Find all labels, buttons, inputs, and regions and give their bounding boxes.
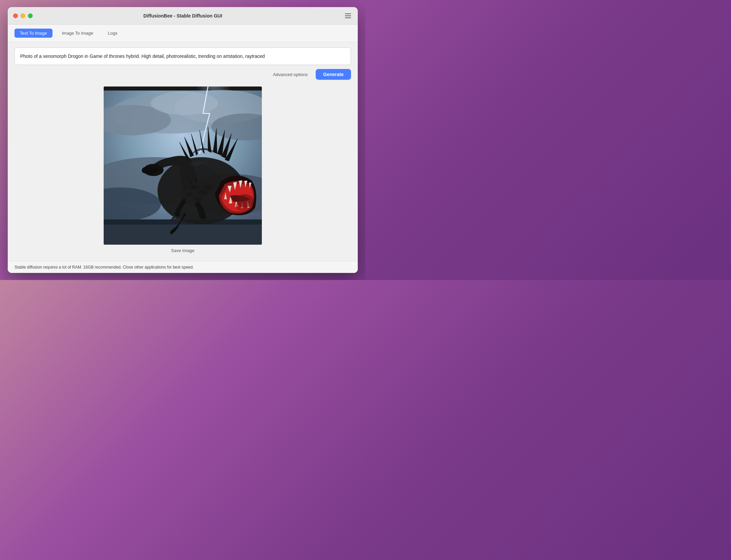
tab-bar: Text To Image Image To Image Logs (8, 25, 358, 42)
svg-point-17 (236, 201, 248, 211)
svg-point-22 (194, 197, 202, 202)
advanced-options-button[interactable]: Advanced options (270, 71, 310, 78)
options-row: Advanced options Generate (14, 69, 351, 80)
image-container: Save Image (14, 84, 351, 256)
close-button[interactable] (13, 13, 18, 18)
save-image-button[interactable]: Save Image (171, 248, 194, 253)
traffic-lights (13, 13, 33, 18)
tab-logs[interactable]: Logs (103, 29, 123, 38)
generated-image (104, 86, 262, 245)
status-message: Stable diffusion requires a lot of RAM. … (14, 265, 194, 270)
app-window: DiffusionBee - Stable Diffusion GUI Text… (8, 7, 358, 273)
status-bar: Stable diffusion requires a lot of RAM. … (8, 261, 358, 273)
tab-text-to-image[interactable]: Text To Image (14, 29, 53, 38)
prompt-text: Photo of a xenomorph Drogon in Game of t… (20, 53, 345, 60)
main-content: Photo of a xenomorph Drogon in Game of t… (8, 42, 358, 261)
svg-point-19 (198, 190, 208, 195)
svg-point-18 (189, 185, 200, 190)
minimize-button[interactable] (21, 13, 25, 18)
generate-button[interactable]: Generate (316, 69, 351, 80)
titlebar: DiffusionBee - Stable Diffusion GUI (8, 7, 358, 25)
svg-point-20 (185, 192, 194, 196)
window-title: DiffusionBee - Stable Diffusion GUI (143, 13, 222, 19)
svg-point-21 (203, 185, 213, 190)
prompt-input[interactable]: Photo of a xenomorph Drogon in Game of t… (14, 47, 351, 65)
tab-image-to-image[interactable]: Image To Image (57, 29, 99, 38)
menu-icon[interactable] (344, 12, 352, 20)
svg-rect-12 (104, 221, 262, 245)
maximize-button[interactable] (28, 13, 33, 18)
